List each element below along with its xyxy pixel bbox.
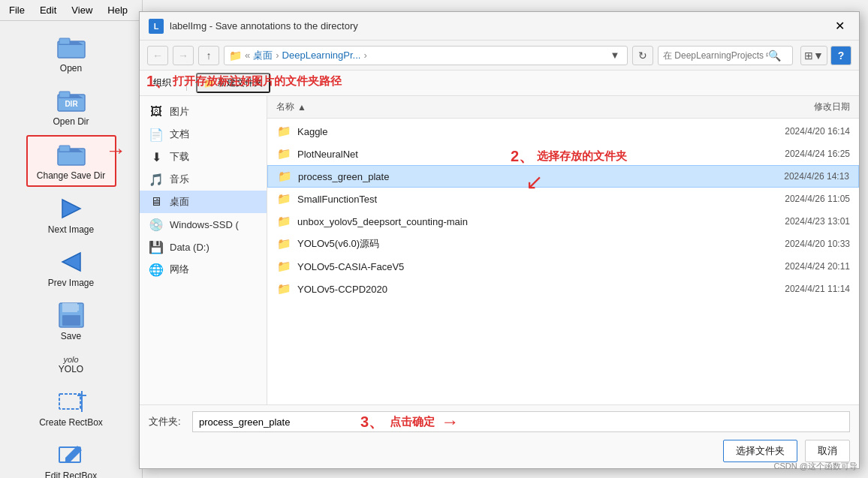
folder-input[interactable] xyxy=(192,411,850,432)
breadcrumb-dropdown[interactable]: ▼ xyxy=(607,48,622,63)
yolov5-ccpd-date: 2024/4/21 11:14 xyxy=(730,284,850,294)
menu-file[interactable]: File xyxy=(6,3,28,17)
left-panel-documents[interactable]: 📄 文档 xyxy=(140,123,267,146)
sidebar-item-change-save-dir[interactable]: Change Save Dir xyxy=(26,135,116,187)
new-folder-label: 新建文件夹 xyxy=(218,77,263,89)
dialog-content: 🖼 图片 📄 文档 ⬇ 下载 🎵 音乐 🖥 桌面 💿 Windows-SS xyxy=(140,96,859,404)
file-item-kaggle[interactable]: 📁 Kaggle 2024/4/20 16:14 xyxy=(267,120,859,143)
prev-image-icon xyxy=(56,248,86,275)
breadcrumb-desktop[interactable]: 桌面 xyxy=(253,49,273,62)
left-panel-windows-ssd[interactable]: 💿 Windows-SSD ( xyxy=(140,213,267,236)
file-item-yolov5-v6[interactable]: 📁 YOLOv5(v6.0)源码 2024/4/20 10:33 xyxy=(267,233,859,255)
svg-rect-3 xyxy=(59,92,70,98)
left-panel-music[interactable]: 🎵 音乐 xyxy=(140,168,267,191)
svg-rect-1 xyxy=(59,38,70,44)
dialog-title-text: labelImg - Save annotations to the direc… xyxy=(170,20,823,32)
create-rect-box-label: Create RectBox xyxy=(39,417,103,428)
menu-help[interactable]: Help xyxy=(104,3,131,17)
dialog-close-button[interactable]: ✕ xyxy=(829,17,850,35)
view-options-button[interactable]: ⊞▼ xyxy=(800,46,827,65)
watermark: CSDN @这个函数可导 xyxy=(774,461,857,472)
change-save-dir-label: Change Save Dir xyxy=(37,170,105,181)
col-header-name[interactable]: 名称 ▲ xyxy=(276,101,730,113)
music-label: 音乐 xyxy=(170,173,189,186)
nav-refresh-button[interactable]: ↻ xyxy=(632,46,653,65)
sidebar-item-next-image[interactable]: Next Image xyxy=(26,190,116,240)
left-panel-pictures[interactable]: 🖼 图片 xyxy=(140,101,267,123)
sidebar-item-open[interactable]: Open xyxy=(26,29,116,79)
yolov5-casia-folder-icon: 📁 xyxy=(276,259,291,274)
file-item-yolov5-ccpd[interactable]: 📁 YOLOv5-CCPD2020 2024/4/21 11:14 xyxy=(267,278,859,300)
prev-image-label: Prev Image xyxy=(48,278,94,288)
cancel-button[interactable]: 取消 xyxy=(805,440,850,462)
documents-icon: 📄 xyxy=(149,128,164,141)
sidebar-item-create-rect-box[interactable]: Create RectBox xyxy=(26,383,116,433)
file-item-plotneuralnet[interactable]: 📁 PlotNeuralNet 2024/4/24 16:25 xyxy=(267,143,859,165)
sidebar-item-save[interactable]: Save xyxy=(26,296,116,347)
process-green-plate-name: process_green_plate xyxy=(298,171,723,182)
network-label: 网络 xyxy=(170,263,189,276)
file-item-process-green-plate[interactable]: 📁 process_green_plate 2024/4/26 14:13 xyxy=(267,165,859,188)
create-rect-box-icon xyxy=(56,388,86,415)
file-item-unbox-yolov5[interactable]: 📁 unbox_yolov5_deepsort_counting-main 20… xyxy=(267,210,859,233)
yolov5-casia-date: 2024/4/24 20:11 xyxy=(730,261,850,272)
new-folder-icon: 📁 xyxy=(203,78,215,89)
sidebar-item-prev-image[interactable]: Prev Image xyxy=(26,243,116,293)
plotneuralnet-date: 2024/4/24 16:25 xyxy=(730,149,850,159)
svg-rect-6 xyxy=(59,146,70,152)
left-panel-desktop[interactable]: 🖥 桌面 xyxy=(140,191,267,213)
left-panel-downloads[interactable]: ⬇ 下载 xyxy=(140,146,267,168)
col-header-date[interactable]: 修改日期 xyxy=(730,101,850,113)
toolbar-separator xyxy=(186,76,187,91)
nav-forward-button[interactable]: → xyxy=(173,46,194,65)
svg-marker-7 xyxy=(62,200,80,218)
yolov5-ccpd-folder-icon: 📁 xyxy=(276,281,291,296)
menu-edit[interactable]: Edit xyxy=(37,3,59,17)
organize-button[interactable]: 组织 xyxy=(147,74,177,92)
left-panel-network[interactable]: 🌐 网络 xyxy=(140,258,267,281)
data-d-icon: 💾 xyxy=(149,240,164,254)
desktop-icon: 🖥 xyxy=(149,195,164,209)
app-sidebar: File Edit View Help Open DIR Open Dir xyxy=(0,0,143,478)
search-icon[interactable]: 🔍 xyxy=(768,50,781,62)
nav-back-button[interactable]: ← xyxy=(147,46,168,65)
file-item-yolov5-casia[interactable]: 📁 YOLOv5-CASIA-FaceV5 2024/4/24 20:11 xyxy=(267,255,859,278)
sidebar-item-yolo[interactable]: yolo YOLO xyxy=(26,350,116,380)
music-icon: 🎵 xyxy=(149,173,164,186)
unbox-yolov5-folder-icon: 📁 xyxy=(276,214,291,229)
folder-label: 文件夹: xyxy=(149,415,186,428)
folder-row: 文件夹: xyxy=(149,411,850,432)
save-dialog: L labelImg - Save annotations to the dir… xyxy=(139,11,860,469)
help-button[interactable]: ? xyxy=(830,46,851,65)
menu-view[interactable]: View xyxy=(68,3,95,17)
svg-rect-13 xyxy=(59,394,80,409)
file-item-smallfunctiontest[interactable]: 📁 SmallFunctionTest 2024/4/26 11:05 xyxy=(267,188,859,210)
svg-text:DIR: DIR xyxy=(65,100,78,108)
col-name-label: 名称 xyxy=(276,101,294,113)
dialog-toolbar2: 组织 📁 新建文件夹 xyxy=(140,71,859,96)
sidebar: Open DIR Open Dir Change Save Dir xyxy=(0,21,142,478)
edit-rect-box-icon xyxy=(56,441,86,468)
new-folder-button[interactable]: 📁 新建文件夹 xyxy=(196,73,270,93)
svg-rect-10 xyxy=(62,303,77,312)
select-folder-button[interactable]: 选择文件夹 xyxy=(723,440,797,462)
left-panel-data-d[interactable]: 💾 Data (D:) xyxy=(140,236,267,258)
edit-rect-box-label: Edit RectBox xyxy=(45,470,97,478)
open-label: Open xyxy=(60,63,82,74)
file-list-area: 名称 ▲ 修改日期 📁 Kaggle 2024/4/20 16:14 📁 Plo… xyxy=(267,96,859,404)
col-date-label: 修改日期 xyxy=(814,101,850,112)
search-bar: 🔍 xyxy=(658,46,793,65)
yolov5-casia-name: YOLOv5-CASIA-FaceV5 xyxy=(297,261,724,272)
yolov5-v6-folder-icon: 📁 xyxy=(276,236,291,251)
downloads-label: 下载 xyxy=(170,150,189,164)
save-label: Save xyxy=(61,331,81,341)
sidebar-item-open-dir[interactable]: DIR Open Dir xyxy=(26,82,116,132)
breadcrumb-deeplearning[interactable]: DeepLearningPr... xyxy=(282,50,361,61)
downloads-icon: ⬇ xyxy=(149,150,164,164)
search-input[interactable] xyxy=(663,50,768,61)
sidebar-item-edit-rect-box[interactable]: Edit RectBox xyxy=(26,436,116,478)
open-dir-icon: DIR xyxy=(56,87,86,114)
svg-rect-11 xyxy=(62,315,80,326)
nav-up-button[interactable]: ↑ xyxy=(198,46,219,65)
save-icon xyxy=(56,302,86,329)
